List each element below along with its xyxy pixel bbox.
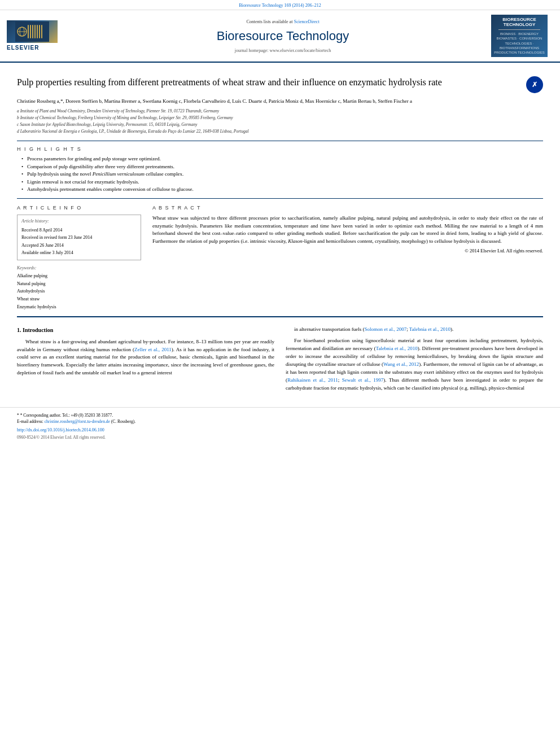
doi-link[interactable]: http://dx.doi.org/10.1016/j.biortech.201… (17, 427, 543, 433)
corresponding-text: * Corresponding author. Tel.: +49 (0) 35… (20, 413, 113, 418)
svg-rect-7 (34, 25, 36, 38)
affiliation-a: a Institute of Plant and Wood Chemistry,… (17, 108, 543, 115)
highlights-section: H I G H L I G H T S Process parameters f… (17, 146, 543, 194)
abstract-col: A B S T R A C T Wheat straw was subjecte… (152, 204, 543, 311)
elsevier-wordmark: ELSEVIER (7, 44, 39, 52)
intro-para-3: For bioethanol production using lignocel… (286, 337, 543, 392)
species-name: Penicillium verniculosum (93, 171, 145, 177)
info-abstract-area: A R T I C L E I N F O Article history: R… (17, 204, 543, 311)
ref-zeller[interactable]: Zeller et al., 2011 (134, 347, 172, 352)
body-col-left: 1. Introduction Wheat straw is a fast-gr… (17, 326, 274, 396)
accepted-date: Accepted 26 June 2014 (21, 242, 137, 250)
keyword-1: Alkaline pulping (17, 272, 141, 280)
keywords-label: Keywords: (17, 265, 141, 271)
science-direct-link[interactable]: ScienceDirect (294, 19, 320, 24)
svg-rect-10 (41, 25, 42, 38)
corresponding-author-note: * * Corresponding author. Tel.: +49 (0) … (17, 412, 543, 418)
abstract-copyright: © 2014 Elsevier Ltd. All rights reserved… (152, 248, 543, 255)
ref-rahikainen[interactable]: Rahikainen et al., 2011 (287, 377, 338, 383)
cover-title: BIORESOURCETECHNOLOGY (502, 17, 536, 28)
svg-rect-9 (39, 25, 40, 38)
email-label: E-mail address: (17, 419, 43, 424)
cover-subtitle: BIOMASS · BIOENERGYBIOWASTES · CONVERSIO… (493, 32, 545, 55)
elsevier-logo-area: ELSEVIER (7, 20, 75, 52)
ref-talebnia-2010b[interactable]: Talebnia et al., 2010 (376, 346, 418, 351)
divider-after-affiliations (17, 141, 543, 141)
body-two-col: 1. Introduction Wheat straw is a fast-gr… (17, 326, 543, 396)
bioresource-logo-right: BIORESOURCETECHNOLOGY BIOMASS · BIOENERG… (491, 15, 553, 57)
journal-cover-image: BIORESOURCETECHNOLOGY BIOMASS · BIOENERG… (491, 15, 548, 57)
ref-solomon[interactable]: Solomon et al., 2007 (364, 326, 406, 332)
keywords-list: Alkaline pulping Natural pulping Autohyd… (17, 272, 141, 311)
divider-after-highlights (17, 198, 543, 199)
journal-header: ELSEVIER Contents lists available at Sci… (0, 10, 560, 63)
authors-text: Christine Rossberg a,*, Doreen Steffien … (17, 98, 412, 104)
email-name: (C. Rossberg). (111, 419, 135, 424)
elsevier-emblem (7, 20, 58, 43)
authors-line: Christine Rossberg a,*, Doreen Steffien … (17, 98, 543, 106)
journal-homepage: journal homepage: www.elsevier.com/locat… (75, 47, 491, 54)
svg-rect-5 (30, 25, 31, 38)
history-label: Article history: (21, 218, 137, 224)
body-col-right: in alternative transportation fuels (Sol… (286, 326, 543, 396)
crossmark-logo[interactable]: ✗ (526, 76, 543, 93)
affiliations: a Institute of Plant and Wood Chemistry,… (17, 108, 543, 135)
keyword-2: Natural pulping (17, 280, 141, 288)
body-content: 1. Introduction Wheat straw is a fast-gr… (17, 326, 543, 396)
affiliation-c: c Saxon Institute for Applied Biotechnol… (17, 121, 543, 128)
article-title: Pulp properties resulting from different… (17, 76, 522, 89)
article-info-heading: A R T I C L E I N F O (17, 204, 141, 212)
keyword-5: Enzymatic hydrolysis (17, 303, 141, 311)
affiliation-b: b Institute of Chemical Technology, Frei… (17, 115, 543, 121)
intro-section-title: 1. Introduction (17, 326, 274, 335)
highlights-heading: H I G H L I G H T S (17, 146, 543, 153)
svg-rect-4 (28, 25, 29, 38)
highlight-item-1: Process parameters for grinding and pulp… (21, 155, 543, 163)
journal-info-center: Contents lists available at ScienceDirec… (75, 18, 491, 54)
svg-rect-8 (37, 25, 38, 38)
journal-citation: Bioresource Technology 169 (2014) 206–21… (239, 3, 321, 8)
abstract-heading: A B S T R A C T (152, 204, 543, 212)
journal-citation-bar: Bioresource Technology 169 (2014) 206–21… (0, 0, 560, 10)
article-info-col: A R T I C L E I N F O Article history: R… (17, 204, 141, 311)
received-date: Received 8 April 2014 (21, 226, 137, 234)
ref-talebnia-2010[interactable]: Talebnia et al., 2010 (409, 326, 450, 332)
article-dates: Received 8 April 2014 Received in revise… (21, 226, 137, 257)
section-title-text: Introduction (23, 327, 53, 333)
keyword-3: Autohydrolysis (17, 287, 141, 295)
highlight-item-5: Autohydrolysis pretreatment enables comp… (21, 186, 543, 194)
email-link[interactable]: christine.rossberg@forst.tu-dresden.de (45, 419, 110, 424)
science-direct-label: Contents lists available at ScienceDirec… (75, 18, 491, 25)
highlight-item-2: Comparison of pulp digestibility after t… (21, 163, 543, 171)
paper-content: Pulp properties resulting from different… (0, 63, 560, 401)
article-title-area: Pulp properties resulting from different… (17, 76, 543, 93)
ref-sewalt[interactable]: Sewalt et al., 1997 (342, 377, 384, 383)
highlights-list: Process parameters for grinding and pulp… (17, 155, 543, 194)
affiliation-d: d Laboratório Nacional de Energia e Geol… (17, 128, 543, 135)
klason-term: Klason (288, 238, 303, 244)
highlight-item-4: Lignin removal is not crucial for enzyma… (21, 178, 543, 186)
abstract-text: Wheat straw was subjected to three diffe… (152, 215, 543, 245)
article-history-box: Article history: Received 8 April 2014 R… (17, 215, 141, 260)
footer-area: * * Corresponding author. Tel.: +49 (0) … (0, 407, 560, 445)
email-note: E-mail address: christine.rossberg@forst… (17, 418, 543, 425)
ref-wang[interactable]: Wang et al., 2012 (383, 361, 419, 367)
revised-date: Received in revised form 23 June 2014 (21, 234, 137, 242)
intro-para-1: Wheat straw is a fast-growing and abunda… (17, 338, 274, 378)
keywords-section: Keywords: Alkaline pulping Natural pulpi… (17, 265, 141, 311)
journal-title: Bioresource Technology (75, 28, 491, 45)
divider-before-body (17, 316, 543, 317)
keyword-4: Wheat straw (17, 295, 141, 303)
highlight-item-3: Pulp hydrolysis using the novel Penicill… (21, 171, 543, 178)
section-number: 1. (17, 327, 21, 333)
available-date: Available online 3 July 2014 (21, 249, 137, 257)
intro-para-2: in alternative transportation fuels (Sol… (286, 326, 543, 334)
science-direct-prefix: Contents lists available at (246, 19, 292, 24)
issn-text: 0960-8524/© 2014 Elsevier Ltd. All right… (17, 435, 543, 441)
cover-decoration (498, 29, 540, 30)
elsevier-logo: ELSEVIER (7, 20, 75, 52)
svg-rect-6 (32, 25, 33, 38)
